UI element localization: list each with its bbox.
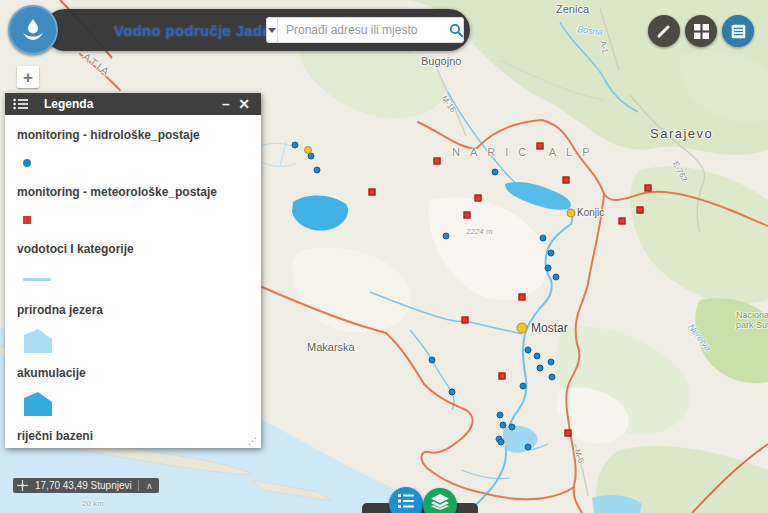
meteo-station-marker[interactable] <box>369 189 376 196</box>
meteo-station-marker[interactable] <box>464 212 471 219</box>
meteo-station-marker[interactable] <box>563 177 570 184</box>
hydro-station-marker[interactable] <box>525 347 532 354</box>
meteo-station-marker[interactable] <box>637 207 644 214</box>
hydro-station-marker[interactable] <box>292 142 299 149</box>
hydro-station-marker[interactable] <box>545 265 552 272</box>
web-map-app: ZenicaBosnaBugojnoSarajevoNARIC ALPKonji… <box>0 0 768 513</box>
watercourse-line-symbol <box>23 278 51 281</box>
zoom-in-button[interactable]: + <box>17 66 39 88</box>
meteo-station-marker[interactable] <box>462 317 469 324</box>
draw-tool-button[interactable] <box>648 15 680 47</box>
legend-minimize-button[interactable]: – <box>217 93 235 115</box>
basemap-gallery-button[interactable] <box>685 15 717 47</box>
legend-close-button[interactable]: ✕ <box>235 93 253 115</box>
hydro-station-marker[interactable] <box>449 389 456 396</box>
meteo-station-marker[interactable] <box>499 373 506 380</box>
hydro-station-marker[interactable] <box>314 167 321 174</box>
legend-body: monitoring - hidrološke_postaje monitori… <box>5 115 261 448</box>
meteo-station-symbol <box>23 216 31 224</box>
hydro-station-symbol <box>23 159 31 167</box>
legend-item-vodotoci: vodotoci I kategorije <box>17 242 249 294</box>
basemap-grid-icon <box>694 24 709 39</box>
meteo-station-marker[interactable] <box>565 430 572 437</box>
meteo-station-marker[interactable] <box>619 218 626 225</box>
coordinate-widget: 17,70 43,49 Stupnjevi ∧ <box>13 478 159 493</box>
search-button[interactable] <box>449 17 464 43</box>
app-logo <box>8 5 58 55</box>
reservoir-symbol <box>23 391 53 417</box>
legend-panel-header[interactable]: Legenda – ✕ <box>5 93 261 115</box>
meteo-station-marker[interactable] <box>645 185 652 192</box>
hydro-station-marker[interactable] <box>537 365 544 372</box>
pencil-icon <box>656 23 672 39</box>
legend-widget-button[interactable] <box>389 487 423 513</box>
hydro-station-marker[interactable] <box>534 353 541 360</box>
chevron-up-icon[interactable]: ∧ <box>143 479 156 492</box>
meteo-station-marker[interactable] <box>475 195 482 202</box>
selected-station-marker[interactable] <box>567 209 576 218</box>
legend-resize-handle[interactable]: ⋰ <box>248 436 258 446</box>
hydro-station-marker[interactable] <box>498 439 505 446</box>
legend-item-meteoroloske-postaje: monitoring - meteorološke_postaje <box>17 185 249 233</box>
legend-list-icon <box>731 24 746 39</box>
legend-item-hidroloske-postaje: monitoring - hidrološke_postaje <box>17 128 249 176</box>
hydro-station-marker[interactable] <box>548 359 555 366</box>
search-icon <box>449 23 464 38</box>
legend-rows-icon <box>398 493 414 509</box>
selected-station-marker[interactable] <box>304 146 312 154</box>
natural-lake-symbol <box>23 328 53 354</box>
list-icon <box>13 98 28 110</box>
hydro-station-marker[interactable] <box>549 374 556 381</box>
legend-item-prirodna-jezera: prirodna jezera <box>17 303 249 357</box>
hydro-station-marker[interactable] <box>520 383 527 390</box>
header-bar: Vodno područje Jadranskog mora <box>44 9 470 51</box>
search-box <box>266 17 464 43</box>
hydro-station-marker[interactable] <box>429 357 436 364</box>
hydro-station-marker[interactable] <box>525 444 532 451</box>
hydro-station-marker[interactable] <box>548 250 555 257</box>
layers-icon <box>431 494 449 510</box>
hydro-station-marker[interactable] <box>540 235 547 242</box>
hydro-station-marker[interactable] <box>492 169 499 176</box>
coordinate-readout: 17,70 43,49 Stupnjevi <box>33 480 134 491</box>
legend-toggle-button[interactable] <box>722 15 754 47</box>
legend-panel: Legenda – ✕ monitoring - hidrološke_post… <box>5 93 261 448</box>
meteo-station-marker[interactable] <box>434 158 441 165</box>
meteo-station-marker[interactable] <box>537 143 544 150</box>
hydro-station-marker[interactable] <box>497 412 504 419</box>
search-input[interactable] <box>278 23 449 37</box>
hydro-station-marker[interactable] <box>500 422 507 429</box>
hydro-station-marker[interactable] <box>553 274 560 281</box>
search-source-dropdown[interactable] <box>266 17 278 43</box>
chevron-down-icon <box>268 28 276 33</box>
water-drop-icon <box>18 15 48 45</box>
crosshair-icon[interactable] <box>16 479 29 492</box>
legend-item-rijecni-bazeni: riječni bazeni <box>17 429 249 448</box>
hydro-station-marker[interactable] <box>443 233 450 240</box>
legend-item-akumulacije: akumulacije <box>17 366 249 420</box>
selected-station-marker[interactable] <box>517 323 528 334</box>
legend-panel-title: Legenda <box>44 97 93 111</box>
hydro-station-marker[interactable] <box>509 424 516 431</box>
meteo-station-marker[interactable] <box>519 294 526 301</box>
